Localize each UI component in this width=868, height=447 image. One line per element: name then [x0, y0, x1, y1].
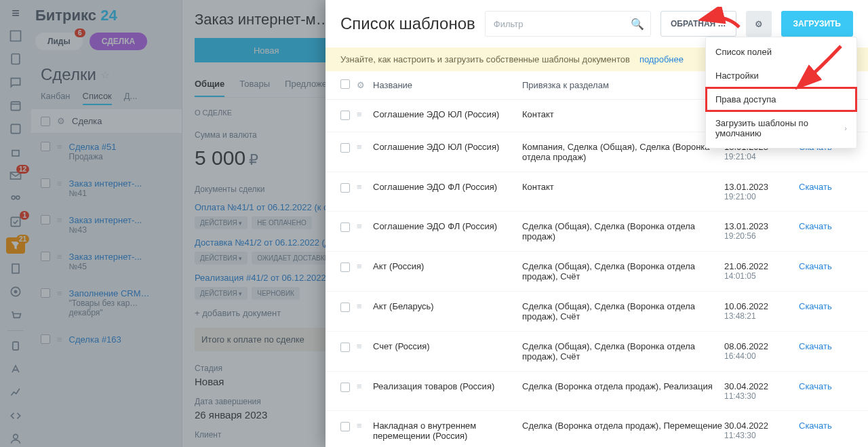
- table-body: ≡Соглашение ЭДО ЮЛ (Россия)Контакт19:21:…: [326, 100, 868, 447]
- table-row: ≡Соглашение ЭДО ФЛ (Россия)Сделка (Общая…: [326, 212, 868, 252]
- column-name[interactable]: Название: [373, 80, 522, 90]
- drag-icon[interactable]: ≡: [357, 109, 373, 119]
- info-text: Узнайте, как настроить и загрузить собст…: [340, 54, 630, 64]
- template-bind: Сделка (Воронка отдела продаж), Реализац…: [522, 381, 724, 391]
- drag-icon[interactable]: ≡: [357, 182, 373, 192]
- template-bind: Сделка (Общая), Сделка (Воронка отдела п…: [522, 221, 724, 241]
- table-row: ≡Акт (Беларусь)Сделка (Общая), Сделка (В…: [326, 292, 868, 332]
- table-row: ≡Реализация товаров (Россия)Сделка (Воро…: [326, 372, 868, 411]
- drag-icon[interactable]: ≡: [357, 221, 373, 231]
- template-date: 30.04.202211:43:30: [724, 421, 799, 440]
- template-bind: Сделка (Общая), Сделка (Воронка отдела п…: [522, 261, 724, 281]
- filter-input[interactable]: [485, 11, 651, 37]
- dd-settings[interactable]: Настройки: [706, 64, 856, 88]
- download-link[interactable]: Скачать: [799, 381, 853, 391]
- row-checkbox[interactable]: [340, 383, 350, 392]
- upload-button[interactable]: ЗАГРУЗИТЬ: [781, 11, 853, 37]
- template-date: 13.01.202319:21:00: [724, 182, 799, 201]
- gear-dropdown: Список полей Настройки Права доступа Заг…: [705, 37, 857, 149]
- template-name[interactable]: Соглашение ЭДО ЮЛ (Россия): [373, 109, 522, 119]
- column-bind[interactable]: Привязка к разделам: [522, 80, 724, 90]
- drag-icon[interactable]: ≡: [357, 301, 373, 311]
- template-bind: Сделка (Воронка отдела продаж), Перемеще…: [522, 421, 724, 431]
- row-checkbox[interactable]: [340, 111, 350, 120]
- dd-fields[interactable]: Список полей: [706, 40, 856, 64]
- template-bind: Сделка (Общая), Сделка (Воронка отдела п…: [522, 341, 724, 362]
- row-checkbox[interactable]: [340, 183, 350, 193]
- template-name[interactable]: Соглашение ЭДО ФЛ (Россия): [373, 182, 522, 192]
- download-link[interactable]: Скачать: [799, 261, 853, 271]
- search-icon[interactable]: 🔍: [631, 18, 644, 31]
- feedback-button[interactable]: ОБРАТНАЯ …: [660, 11, 736, 37]
- template-date: 13.01.202319:20:56: [724, 221, 799, 241]
- drag-icon[interactable]: ≡: [357, 142, 373, 152]
- row-checkbox[interactable]: [340, 343, 350, 352]
- download-link[interactable]: Скачать: [799, 421, 853, 431]
- table-row: ≡Счет (Россия)Сделка (Общая), Сделка (Во…: [326, 332, 868, 372]
- template-name[interactable]: Реализация товаров (Россия): [373, 381, 522, 391]
- table-row: ≡Накладная о внутреннем перемещении (Рос…: [326, 411, 868, 447]
- template-name[interactable]: Акт (Беларусь): [373, 301, 522, 311]
- drag-icon[interactable]: ≡: [357, 421, 373, 431]
- template-date: 10.06.202213:48:21: [724, 301, 799, 321]
- template-name[interactable]: Соглашение ЭДО ФЛ (Россия): [373, 221, 522, 231]
- template-date: 08.06.202216:44:00: [724, 341, 799, 361]
- download-link[interactable]: Скачать: [799, 182, 853, 192]
- template-bind: Сделка (Общая), Сделка (Воронка отдела п…: [522, 301, 724, 322]
- dd-access[interactable]: Права доступа: [706, 88, 856, 111]
- gear-button[interactable]: ⚙: [746, 11, 772, 37]
- table-gear-icon[interactable]: ⚙: [357, 80, 373, 90]
- filter-box: 🔍: [485, 11, 651, 37]
- template-name[interactable]: Соглашение ЭДО ЮЛ (Россия): [373, 142, 522, 152]
- row-checkbox[interactable]: [340, 303, 350, 312]
- download-link[interactable]: Скачать: [799, 341, 853, 351]
- drag-icon[interactable]: ≡: [357, 261, 373, 271]
- template-name[interactable]: Акт (Россия): [373, 261, 522, 271]
- drag-icon[interactable]: ≡: [357, 381, 373, 391]
- row-checkbox[interactable]: [340, 263, 350, 272]
- row-checkbox[interactable]: [340, 143, 350, 153]
- download-link[interactable]: Скачать: [799, 221, 853, 231]
- row-checkbox[interactable]: [340, 422, 350, 431]
- table-row: ≡Акт (Россия)Сделка (Общая), Сделка (Вор…: [326, 252, 868, 292]
- table-row: ≡Соглашение ЭДО ФЛ (Россия)Контакт13.01.…: [326, 172, 868, 212]
- panel-title: Список шаблонов: [340, 14, 475, 33]
- template-bind: Контакт: [522, 109, 724, 119]
- dd-defaults[interactable]: Загрузить шаблоны по умолчанию›: [706, 111, 856, 145]
- template-bind: Компания, Сделка (Общая), Сделка (Воронк…: [522, 142, 724, 162]
- template-date: 21.06.202214:01:05: [724, 261, 799, 281]
- template-name[interactable]: Накладная о внутреннем перемещении (Росс…: [373, 421, 522, 441]
- drag-icon[interactable]: ≡: [357, 341, 373, 351]
- row-checkbox[interactable]: [340, 222, 350, 232]
- templates-panel: Список шаблонов 🔍 ОБРАТНАЯ … ⚙ ЗАГРУЗИТЬ…: [326, 0, 868, 447]
- template-bind: Контакт: [522, 182, 724, 192]
- info-more-link[interactable]: подробнее: [639, 54, 684, 64]
- template-date: 30.04.202211:43:30: [724, 381, 799, 401]
- select-all-templates[interactable]: [340, 79, 350, 89]
- chevron-right-icon: ›: [844, 124, 847, 132]
- download-link[interactable]: Скачать: [799, 301, 853, 311]
- template-name[interactable]: Счет (Россия): [373, 341, 522, 351]
